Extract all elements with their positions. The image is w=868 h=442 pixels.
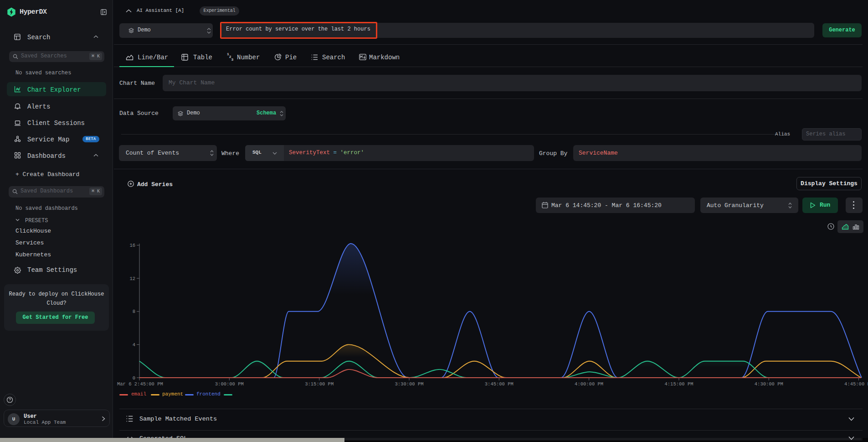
svg-text:Mar 6 2:45:00 PM: Mar 6 2:45:00 PM (117, 381, 163, 387)
svg-text:3:00:00 PM: 3:00:00 PM (215, 381, 244, 387)
svg-text:12: 12 (129, 276, 135, 281)
svg-text:4:15:00 PM: 4:15:00 PM (664, 381, 693, 387)
svg-text:4:45:00 PM: 4:45:00 PM (844, 381, 868, 387)
svg-text:3:15:00 PM: 3:15:00 PM (305, 381, 334, 387)
svg-text:16: 16 (129, 243, 135, 248)
svg-text:3:45:00 PM: 3:45:00 PM (485, 381, 514, 387)
svg-text:8: 8 (133, 309, 135, 314)
svg-text:0: 0 (133, 375, 135, 381)
svg-text:4:30:00 PM: 4:30:00 PM (755, 381, 783, 387)
svg-text:3:30:00 PM: 3:30:00 PM (395, 381, 423, 387)
svg-text:4:00:00 PM: 4:00:00 PM (575, 381, 603, 387)
svg-text:4: 4 (133, 342, 135, 348)
